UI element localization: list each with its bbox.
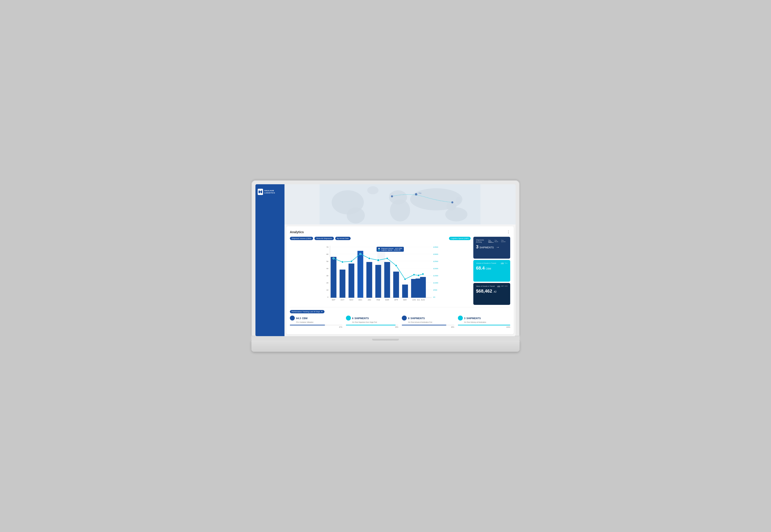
svg-text:OCT: OCT [340, 299, 344, 301]
logistics-filter-btn[interactable]: Logistics Spend (GBP) [449, 237, 471, 240]
bar-line-chart-svg: 70 60 50 40 30 20 10 0 £3500 [290, 242, 471, 305]
tab-gbp[interactable]: GBP [501, 285, 504, 287]
svg-text:MAR: MAR [385, 299, 389, 301]
svg-text:70: 70 [326, 246, 328, 248]
delivery-number: 3 [464, 317, 466, 320]
svg-text:£2000: £2000 [433, 268, 439, 270]
volume-transit-number: 68.4 [476, 266, 485, 271]
fcl-number: 64.3 [296, 317, 301, 320]
svg-point-59 [377, 259, 379, 261]
tab-this-quarter[interactable]: This Quarter [501, 240, 508, 243]
tab-usd[interactable]: USD [497, 285, 500, 287]
svg-rect-47 [375, 265, 381, 298]
chart-container: Shipment Volume: 42.5 CBM Logistics Spen… [290, 242, 471, 305]
svg-text:£1000: £1000 [433, 282, 439, 284]
svg-point-62 [404, 278, 406, 280]
performance-filter-arrow: ▼ [321, 311, 323, 313]
perf-metric-arrival: 8 SHIPMENTS On-Time Arrival at Destinati… [402, 316, 454, 328]
shipments-arriving-card: Shipments Arriving This Week This Month … [473, 237, 510, 259]
tab-eur[interactable]: EUR [505, 285, 508, 287]
svg-point-58 [368, 258, 370, 259]
arrival-unit: SHIPMENTS [411, 317, 425, 320]
perf-metric-delivery: 3 SHIPMENTS On-Time Delivery at Destinat… [458, 316, 511, 328]
fcl-top: 64.3 CBM [290, 316, 342, 320]
svg-point-63 [413, 274, 415, 276]
show-all-filter-btn[interactable]: Show All Shipments [314, 237, 334, 240]
svg-point-10 [367, 186, 378, 194]
volume-transit-card: Volume of Goods in Transit CBM Teus 68.4… [473, 260, 510, 282]
fcl-dot [290, 316, 295, 320]
performance-filter-label: Performance Tracking Last 30 Days [292, 311, 320, 313]
departure-dot [346, 316, 351, 320]
route-dest-dot [452, 201, 454, 203]
analytics-section: Analytics ⋮ Shipment Volume (CBM) Show A… [286, 226, 514, 334]
delivery-dot [458, 316, 463, 320]
arrival-dot [402, 316, 407, 320]
fcl-unit: CBM [302, 317, 307, 320]
svg-text:JUL: JUL [417, 299, 420, 301]
departure-value-group: 6 SHIPMENTS [352, 316, 369, 320]
chart-left: Shipment Volume (CBM) Show All Shipments… [290, 237, 471, 305]
logo-area: HAULHUB LOGISTICS [258, 189, 282, 195]
svg-rect-45 [357, 251, 363, 298]
arrival-bar-fill [402, 325, 446, 325]
svg-point-54 [333, 258, 334, 259]
chart-right: Shipments Arriving This Week This Month … [473, 237, 510, 305]
shipments-arriving-tabs[interactable]: This Week This Month This Quarter [488, 240, 508, 243]
delivery-bar-bg [458, 325, 511, 325]
departure-bar-bg [346, 325, 399, 325]
arrival-number: 8 [408, 317, 410, 320]
departure-bar-fill [346, 325, 396, 325]
svg-point-13 [446, 202, 456, 210]
performance-section: Performance Tracking Last 30 Days ▼ 64.3 [290, 307, 510, 328]
tab-this-month[interactable]: This Month [495, 240, 500, 243]
volume-filter-btn[interactable]: Shipment Volume (CBM) [290, 237, 313, 240]
arrival-filter-btn[interactable]: By Arrival Date [335, 237, 350, 240]
svg-text:£1500: £1500 [433, 275, 439, 277]
shipments-arriving-arrow[interactable]: → [496, 245, 500, 249]
svg-text:FEB: FEB [376, 299, 380, 301]
arrival-value-group: 8 SHIPMENTS [408, 316, 425, 320]
volume-transit-tabs[interactable]: CBM Teus [501, 262, 508, 264]
shipments-arriving-unit: SHIPMENTS [479, 246, 494, 249]
shipments-arriving-title: Shipments Arriving [476, 239, 488, 243]
value-transit-tabs[interactable]: USD GBP EUR [497, 285, 508, 287]
tab-cbm[interactable]: CBM [501, 262, 504, 264]
chart-tooltip: Shipment Volume: 42.5 CBM Logistics Spen… [376, 247, 404, 252]
chart-filters: Shipment Volume (CBM) Show All Shipments… [290, 237, 471, 240]
svg-text:£3500: £3500 [433, 246, 439, 248]
performance-filter[interactable]: Performance Tracking Last 30 Days ▼ [290, 310, 324, 313]
world-map-svg: Ship [284, 184, 516, 224]
svg-rect-50 [402, 285, 408, 298]
value-transit-number: $68,462 [476, 289, 492, 294]
svg-text:SEP: SEP [331, 299, 335, 301]
ship-position-dot [415, 193, 418, 196]
svg-point-64 [418, 274, 420, 276]
fcl-bar-fill [290, 325, 325, 325]
more-options-icon[interactable]: ⋮ [507, 230, 510, 234]
tooltip-volume-label: Shipment Volume: [381, 248, 394, 249]
tab-this-week[interactable]: This Week [488, 240, 494, 243]
performance-metrics: 64.3 CBM FCL Container Utilisation 67% [290, 316, 510, 328]
svg-text:40: 40 [326, 268, 328, 270]
svg-rect-42 [331, 257, 336, 298]
svg-text:JAN: JAN [367, 299, 371, 301]
value-transit-header: Value of Goods in Transit USD GBP EUR [476, 285, 508, 287]
logo-icon [258, 189, 263, 195]
shipments-arriving-value: 3 SHIPMENTS → [476, 244, 508, 249]
delivery-pct: 100% [458, 326, 511, 328]
analytics-header: Analytics ⋮ [290, 230, 510, 234]
svg-point-57 [359, 253, 361, 255]
departure-number: 6 [352, 317, 353, 320]
laptop-wrapper: HAULHUB LOGISTICS [251, 180, 520, 352]
volume-transit-value: 68.4 CBM [476, 266, 508, 271]
svg-text:50: 50 [326, 260, 328, 262]
tab-teus[interactable]: Teus [505, 262, 508, 264]
svg-rect-43 [340, 270, 345, 298]
perf-metric-fcl: 64.3 CBM FCL Container Utilisation 67% [290, 316, 342, 328]
chart-area: Shipment Volume (CBM) Show All Shipments… [290, 237, 510, 305]
svg-text:JUN: JUN [412, 299, 416, 301]
svg-point-5 [347, 207, 365, 224]
svg-text:£3000: £3000 [433, 253, 439, 255]
svg-rect-2 [259, 191, 261, 192]
